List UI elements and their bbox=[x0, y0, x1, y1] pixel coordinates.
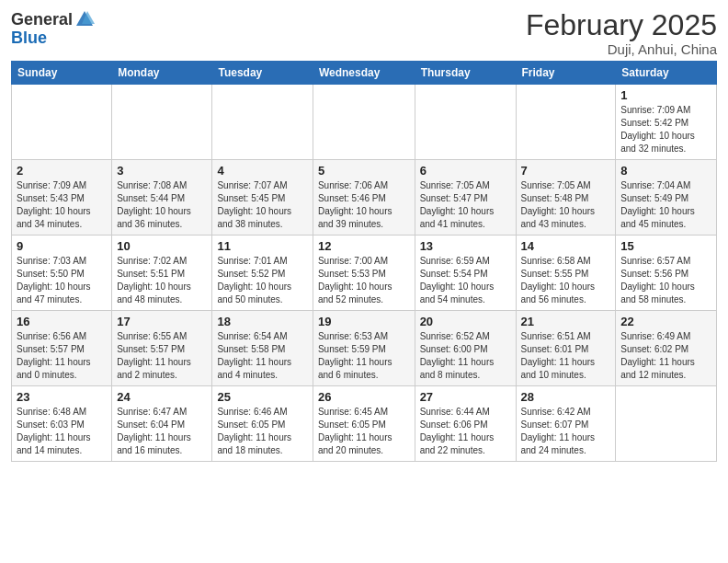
day-number: 1 bbox=[620, 88, 711, 102]
calendar-week-3: 9Sunrise: 7:03 AMSunset: 5:50 PMDaylight… bbox=[12, 236, 717, 311]
day-info: Sunrise: 6:51 AMSunset: 6:01 PMDaylight:… bbox=[521, 330, 611, 382]
calendar-cell: 16Sunrise: 6:56 AMSunset: 5:57 PMDayligh… bbox=[12, 311, 112, 386]
calendar-table: Sunday Monday Tuesday Wednesday Thursday… bbox=[11, 61, 717, 462]
calendar-cell: 10Sunrise: 7:02 AMSunset: 5:51 PMDayligh… bbox=[112, 236, 212, 311]
calendar-week-5: 23Sunrise: 6:48 AMSunset: 6:03 PMDayligh… bbox=[12, 386, 717, 462]
day-number: 26 bbox=[318, 390, 410, 404]
day-info: Sunrise: 6:56 AMSunset: 5:57 PMDaylight:… bbox=[17, 330, 107, 382]
calendar-week-1: 1Sunrise: 7:09 AMSunset: 5:42 PMDaylight… bbox=[12, 85, 717, 160]
calendar-cell: 25Sunrise: 6:46 AMSunset: 6:05 PMDayligh… bbox=[212, 386, 313, 462]
day-info: Sunrise: 6:46 AMSunset: 6:05 PMDaylight:… bbox=[217, 406, 307, 457]
day-number: 6 bbox=[420, 164, 511, 178]
day-info: Sunrise: 6:54 AMSunset: 5:58 PMDaylight:… bbox=[217, 330, 307, 382]
day-info: Sunrise: 7:00 AMSunset: 5:53 PMDaylight:… bbox=[318, 255, 410, 306]
day-number: 4 bbox=[217, 164, 307, 178]
day-number: 23 bbox=[17, 390, 107, 404]
header: General Blue February 2025 Duji, Anhui, … bbox=[11, 9, 717, 57]
logo-icon bbox=[74, 9, 95, 29]
day-number: 3 bbox=[117, 164, 207, 178]
calendar-cell: 4Sunrise: 7:07 AMSunset: 5:45 PMDaylight… bbox=[212, 160, 313, 236]
day-info: Sunrise: 6:52 AMSunset: 6:00 PMDaylight:… bbox=[420, 330, 511, 382]
logo-general: General bbox=[11, 11, 73, 28]
day-number: 14 bbox=[521, 239, 611, 253]
calendar-page: General Blue February 2025 Duji, Anhui, … bbox=[0, 0, 728, 471]
day-number: 16 bbox=[17, 315, 107, 328]
day-number: 2 bbox=[17, 164, 107, 178]
day-number: 15 bbox=[620, 239, 711, 253]
calendar-cell: 6Sunrise: 7:05 AMSunset: 5:47 PMDaylight… bbox=[415, 160, 516, 236]
calendar-cell: 2Sunrise: 7:09 AMSunset: 5:43 PMDaylight… bbox=[12, 160, 112, 236]
day-info: Sunrise: 7:04 AMSunset: 5:49 PMDaylight:… bbox=[620, 179, 711, 231]
col-monday: Monday bbox=[112, 62, 212, 85]
day-number: 22 bbox=[620, 315, 711, 328]
day-info: Sunrise: 7:03 AMSunset: 5:50 PMDaylight:… bbox=[17, 255, 107, 306]
calendar-cell: 23Sunrise: 6:48 AMSunset: 6:03 PMDayligh… bbox=[12, 386, 112, 462]
day-info: Sunrise: 7:09 AMSunset: 5:42 PMDaylight:… bbox=[620, 104, 711, 155]
day-number: 21 bbox=[521, 315, 611, 328]
day-number: 10 bbox=[117, 239, 207, 253]
calendar-cell: 8Sunrise: 7:04 AMSunset: 5:49 PMDaylight… bbox=[616, 160, 717, 236]
header-row: Sunday Monday Tuesday Wednesday Thursday… bbox=[12, 62, 717, 85]
day-number: 12 bbox=[318, 239, 410, 253]
calendar-cell: 12Sunrise: 7:00 AMSunset: 5:53 PMDayligh… bbox=[313, 236, 415, 311]
day-info: Sunrise: 7:02 AMSunset: 5:51 PMDaylight:… bbox=[117, 255, 207, 306]
day-number: 5 bbox=[318, 164, 410, 178]
day-number: 24 bbox=[117, 390, 207, 404]
calendar-cell bbox=[12, 85, 112, 160]
day-number: 9 bbox=[17, 239, 107, 253]
day-info: Sunrise: 6:48 AMSunset: 6:03 PMDaylight:… bbox=[17, 406, 107, 457]
calendar-cell bbox=[415, 85, 516, 160]
day-number: 7 bbox=[521, 164, 611, 178]
day-info: Sunrise: 7:05 AMSunset: 5:47 PMDaylight:… bbox=[420, 179, 511, 231]
calendar-cell: 21Sunrise: 6:51 AMSunset: 6:01 PMDayligh… bbox=[516, 311, 616, 386]
calendar-cell: 28Sunrise: 6:42 AMSunset: 6:07 PMDayligh… bbox=[516, 386, 616, 462]
day-number: 20 bbox=[420, 315, 511, 328]
day-number: 18 bbox=[217, 315, 307, 328]
day-info: Sunrise: 7:08 AMSunset: 5:44 PMDaylight:… bbox=[117, 179, 207, 231]
col-thursday: Thursday bbox=[415, 62, 516, 85]
day-info: Sunrise: 7:01 AMSunset: 5:52 PMDaylight:… bbox=[217, 255, 307, 306]
day-info: Sunrise: 7:05 AMSunset: 5:48 PMDaylight:… bbox=[521, 179, 611, 231]
day-info: Sunrise: 7:06 AMSunset: 5:46 PMDaylight:… bbox=[318, 179, 410, 231]
month-title: February 2025 bbox=[526, 9, 717, 41]
calendar-cell: 11Sunrise: 7:01 AMSunset: 5:52 PMDayligh… bbox=[212, 236, 313, 311]
calendar-cell bbox=[313, 85, 415, 160]
day-info: Sunrise: 7:07 AMSunset: 5:45 PMDaylight:… bbox=[217, 179, 307, 231]
calendar-cell: 26Sunrise: 6:45 AMSunset: 6:05 PMDayligh… bbox=[313, 386, 415, 462]
calendar-cell: 24Sunrise: 6:47 AMSunset: 6:04 PMDayligh… bbox=[112, 386, 212, 462]
day-info: Sunrise: 6:44 AMSunset: 6:06 PMDaylight:… bbox=[420, 406, 511, 457]
day-number: 27 bbox=[420, 390, 511, 404]
location-title: Duji, Anhui, China bbox=[526, 41, 717, 57]
day-info: Sunrise: 6:55 AMSunset: 5:57 PMDaylight:… bbox=[117, 330, 207, 382]
calendar-cell: 3Sunrise: 7:08 AMSunset: 5:44 PMDaylight… bbox=[112, 160, 212, 236]
col-sunday: Sunday bbox=[12, 62, 112, 85]
day-number: 13 bbox=[420, 239, 511, 253]
day-info: Sunrise: 6:58 AMSunset: 5:55 PMDaylight:… bbox=[521, 255, 611, 306]
day-info: Sunrise: 6:42 AMSunset: 6:07 PMDaylight:… bbox=[521, 406, 611, 457]
col-saturday: Saturday bbox=[616, 62, 717, 85]
day-info: Sunrise: 6:47 AMSunset: 6:04 PMDaylight:… bbox=[117, 406, 207, 457]
calendar-cell bbox=[112, 85, 212, 160]
day-number: 17 bbox=[117, 315, 207, 328]
col-friday: Friday bbox=[516, 62, 616, 85]
day-number: 25 bbox=[217, 390, 307, 404]
day-number: 8 bbox=[620, 164, 711, 178]
logo-blue: Blue bbox=[11, 29, 47, 47]
day-info: Sunrise: 6:57 AMSunset: 5:56 PMDaylight:… bbox=[620, 255, 711, 306]
calendar-cell: 13Sunrise: 6:59 AMSunset: 5:54 PMDayligh… bbox=[415, 236, 516, 311]
calendar-cell bbox=[212, 85, 313, 160]
calendar-week-4: 16Sunrise: 6:56 AMSunset: 5:57 PMDayligh… bbox=[12, 311, 717, 386]
calendar-cell: 14Sunrise: 6:58 AMSunset: 5:55 PMDayligh… bbox=[516, 236, 616, 311]
calendar-cell: 1Sunrise: 7:09 AMSunset: 5:42 PMDaylight… bbox=[616, 85, 717, 160]
day-number: 19 bbox=[318, 315, 410, 328]
calendar-cell: 15Sunrise: 6:57 AMSunset: 5:56 PMDayligh… bbox=[616, 236, 717, 311]
day-info: Sunrise: 6:53 AMSunset: 5:59 PMDaylight:… bbox=[318, 330, 410, 382]
calendar-cell bbox=[616, 386, 717, 462]
calendar-cell: 22Sunrise: 6:49 AMSunset: 6:02 PMDayligh… bbox=[616, 311, 717, 386]
calendar-cell: 9Sunrise: 7:03 AMSunset: 5:50 PMDaylight… bbox=[12, 236, 112, 311]
title-area: February 2025 Duji, Anhui, China bbox=[526, 9, 717, 57]
calendar-cell: 17Sunrise: 6:55 AMSunset: 5:57 PMDayligh… bbox=[112, 311, 212, 386]
day-info: Sunrise: 6:59 AMSunset: 5:54 PMDaylight:… bbox=[420, 255, 511, 306]
logo-area: General Blue bbox=[11, 9, 95, 47]
calendar-cell: 19Sunrise: 6:53 AMSunset: 5:59 PMDayligh… bbox=[313, 311, 415, 386]
